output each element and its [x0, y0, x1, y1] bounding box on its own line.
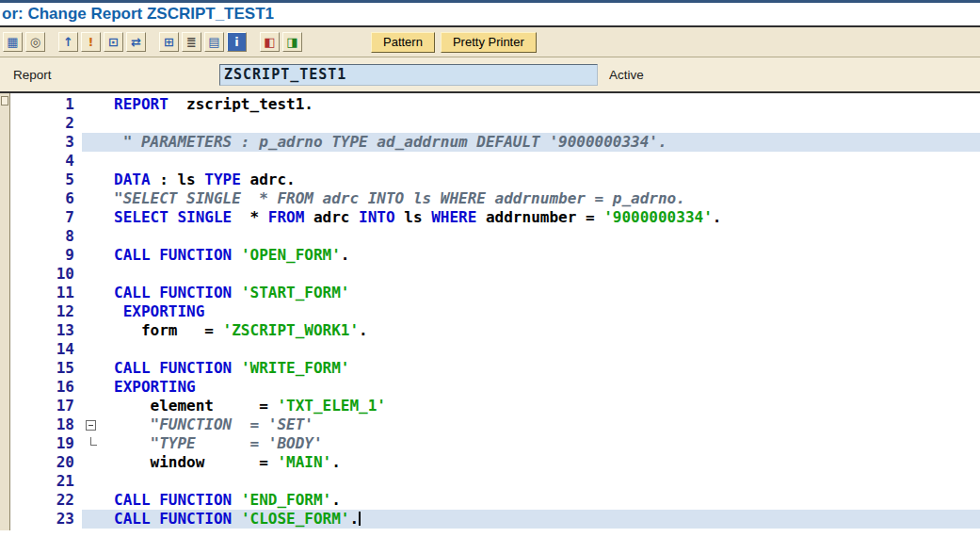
interrupt-icon: !	[88, 36, 94, 48]
table-settings-icon: ▤	[208, 36, 219, 48]
left-splitter[interactable]	[0, 93, 10, 530]
code-line[interactable]: 12 EXPORTING	[10, 302, 980, 321]
code-text: "FUNCTION = 'SET'	[114, 415, 313, 434]
up-arrow-button[interactable]: ↑	[58, 32, 78, 52]
code-line-body[interactable]: DATA : ls TYPE adrc.	[82, 171, 980, 189]
line-number: 17	[10, 397, 82, 415]
table-settings-button[interactable]: ▤	[204, 32, 224, 52]
code-line[interactable]: 3 " PARAMETERS : p_adrno TYPE ad_addrnum…	[10, 133, 980, 152]
enhancement-button[interactable]: ◨	[282, 32, 302, 52]
code-line-body[interactable]	[82, 114, 980, 133]
print-list-button[interactable]: ≣	[182, 32, 201, 52]
code-line-body[interactable]	[82, 265, 980, 284]
code-line-body[interactable]: EXPORTING	[82, 302, 980, 321]
application-toolbar: ▦◎↑!⊡⇄⊞≣▤i◧◨ Pattern Pretty Printer	[0, 27, 980, 57]
code-line[interactable]: 6"SELECT SINGLE * FROM adrc INTO ls WHER…	[10, 189, 980, 208]
code-line-body[interactable]: SELECT SINGLE * FROM adrc INTO ls WHERE …	[82, 208, 980, 227]
code-line-body[interactable]: "SELECT SINGLE * FROM adrc INTO ls WHERE…	[82, 189, 980, 208]
interrupt-button[interactable]: !	[81, 32, 101, 52]
code-line-highlighted[interactable]: " PARAMETERS : p_adrno TYPE ad_addrnum D…	[82, 133, 980, 152]
code-text: CALL FUNCTION 'WRITE_FORM'	[114, 359, 349, 378]
line-number: 12	[10, 302, 82, 321]
info-button[interactable]: i	[227, 32, 247, 52]
code-line[interactable]: 5DATA : ls TYPE adrc.	[10, 171, 980, 189]
code-line-body[interactable]: CALL FUNCTION 'WRITE_FORM'	[82, 359, 980, 378]
code-line-body[interactable]: window = 'MAIN'.	[82, 453, 980, 472]
code-line[interactable]: 14	[10, 340, 980, 359]
code-line[interactable]: 18 "FUNCTION = 'SET'	[10, 415, 980, 434]
display-change-button[interactable]: ◧	[260, 32, 280, 52]
display-change-icon: ◧	[264, 36, 275, 48]
fold-collapse-icon[interactable]	[86, 420, 96, 431]
display-object-button[interactable]: ⊡	[104, 32, 123, 52]
page-title: or: Change Report ZSCRIPT_TEST1	[2, 5, 274, 24]
info-icon: i	[234, 36, 238, 48]
code-line-body[interactable]: element = 'TXT_ELEM_1'	[82, 397, 980, 415]
code-text: form = 'ZSCRIPT_WORK1'.	[114, 321, 368, 340]
object-list-icon: ⊞	[164, 36, 174, 48]
code-line-body[interactable]: REPORT zscript_test1.	[82, 95, 980, 114]
code-line[interactable]: 21	[10, 472, 980, 491]
toolbar-icon-group: ▦◎↑!⊡⇄⊞≣▤i◧◨	[3, 32, 305, 52]
code-line[interactable]: 13 form = 'ZSCRIPT_WORK1'.	[10, 321, 980, 340]
code-line[interactable]: 4	[10, 152, 980, 171]
code-editor[interactable]: 1REPORT zscript_test1.23 " PARAMETERS : …	[10, 93, 980, 530]
code-line[interactable]: 20 window = 'MAIN'.	[10, 453, 980, 472]
line-number: 2	[10, 114, 82, 133]
choose-other-object-button[interactable]: ▦	[3, 32, 23, 52]
object-list-button[interactable]: ⊞	[159, 32, 179, 52]
goto-navigation-button[interactable]: ⇄	[126, 32, 146, 52]
code-line[interactable]: 8	[10, 227, 980, 246]
activate-icon: ◎	[30, 36, 40, 48]
code-line[interactable]: 17 element = 'TXT_ELEM_1'	[10, 397, 980, 415]
activate-button[interactable]: ◎	[25, 32, 45, 52]
code-line[interactable]: 9CALL FUNCTION 'OPEN_FORM'.	[10, 246, 980, 265]
code-text: EXPORTING	[114, 378, 196, 397]
code-line[interactable]: 19 "TYPE = 'BODY'	[10, 434, 980, 453]
code-line[interactable]: 10	[10, 265, 980, 284]
line-number: 11	[10, 284, 82, 302]
line-number: 4	[10, 152, 82, 171]
enhancement-icon: ◨	[286, 36, 297, 48]
code-line-body[interactable]: EXPORTING	[82, 378, 980, 397]
code-line-body[interactable]: "FUNCTION = 'SET'	[82, 415, 980, 434]
code-line-body[interactable]: CALL FUNCTION 'END_FORM'.	[82, 491, 980, 510]
line-number: 23	[10, 510, 82, 529]
line-number: 1	[10, 95, 82, 114]
code-line-body[interactable]: CALL FUNCTION 'START_FORM'	[82, 284, 980, 302]
line-number: 6	[10, 189, 82, 208]
code-line[interactable]: 1REPORT zscript_test1.	[10, 95, 980, 114]
code-line-body[interactable]	[82, 472, 980, 491]
line-number: 16	[10, 378, 82, 397]
pattern-button[interactable]: Pattern	[371, 32, 435, 53]
text-cursor	[359, 512, 361, 526]
pretty-printer-button[interactable]: Pretty Printer	[441, 32, 537, 53]
report-name-input[interactable]	[219, 64, 598, 86]
line-number: 10	[10, 265, 82, 284]
code-line[interactable]: 22CALL FUNCTION 'END_FORM'.	[10, 491, 980, 510]
choose-other-object-icon: ▦	[7, 36, 18, 48]
code-line[interactable]: 2	[10, 114, 980, 133]
editor-body: 1REPORT zscript_test1.23 " PARAMETERS : …	[0, 93, 980, 530]
code-line[interactable]: 7SELECT SINGLE * FROM adrc INTO ls WHERE…	[10, 208, 980, 227]
code-line-body[interactable]	[82, 340, 980, 359]
code-line-body[interactable]: CALL FUNCTION 'OPEN_FORM'.	[82, 246, 980, 265]
code-line[interactable]: 15CALL FUNCTION 'WRITE_FORM'	[10, 359, 980, 378]
code-line-body[interactable]: "TYPE = 'BODY'	[82, 434, 980, 453]
line-number: 18	[10, 415, 82, 434]
code-text: "SELECT SINGLE * FROM adrc INTO ls WHERE…	[114, 189, 685, 208]
code-line-body[interactable]	[82, 152, 980, 171]
code-line-body[interactable]: form = 'ZSCRIPT_WORK1'.	[82, 321, 980, 340]
fold-elbow-icon	[90, 437, 97, 446]
line-number: 13	[10, 321, 82, 340]
code-line[interactable]: 16EXPORTING	[10, 378, 980, 397]
splitter-handle-icon[interactable]	[1, 96, 8, 106]
code-line-highlighted[interactable]: CALL FUNCTION 'CLOSE_FORM'.	[82, 510, 980, 529]
code-line-body[interactable]	[82, 227, 980, 246]
code-text: SELECT SINGLE * FROM adrc INTO ls WHERE …	[114, 208, 721, 227]
line-number: 15	[10, 359, 82, 378]
code-line[interactable]: 11CALL FUNCTION 'START_FORM'	[10, 284, 980, 302]
code-line[interactable]: 23CALL FUNCTION 'CLOSE_FORM'.	[10, 510, 980, 529]
code-text: EXPORTING	[114, 302, 204, 321]
line-number: 8	[10, 227, 82, 246]
